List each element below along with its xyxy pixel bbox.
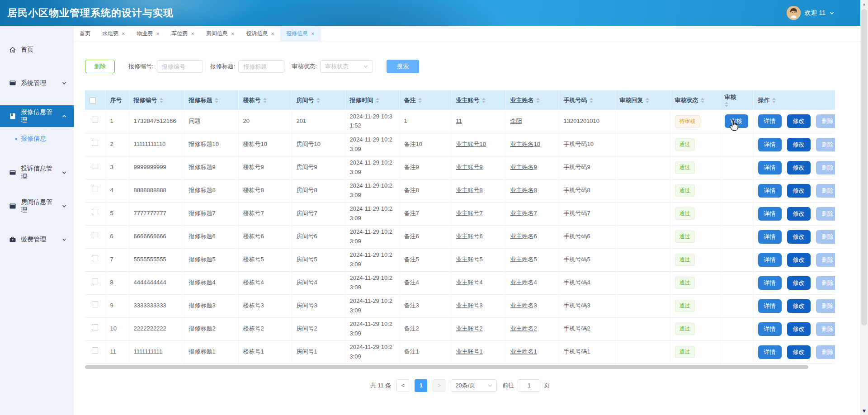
owner-account-link[interactable]: 业主账号9 xyxy=(456,164,483,170)
current-page-button[interactable]: 1 xyxy=(415,379,427,392)
sort-up-icon[interactable] xyxy=(215,98,218,100)
column-header[interactable]: 审核 xyxy=(720,90,753,110)
owner-name-link[interactable]: 业主姓名1 xyxy=(510,348,537,355)
sort-caret-icon[interactable] xyxy=(316,98,320,103)
horizontal-scrollbar[interactable] xyxy=(85,365,835,369)
tab-close-icon[interactable]: × xyxy=(191,31,194,37)
tab-water-electricity[interactable]: 水电费× xyxy=(96,26,131,41)
sort-caret-icon[interactable] xyxy=(215,98,218,103)
sidebar-item-payment-mgmt[interactable]: 缴费管理 xyxy=(0,228,74,251)
tab-close-icon[interactable]: × xyxy=(122,31,125,37)
owner-name-link[interactable]: 业主姓名9 xyxy=(510,164,537,170)
owner-account-link[interactable]: 业主账号10 xyxy=(456,141,486,147)
column-header[interactable]: 手机号码 xyxy=(559,90,615,110)
owner-account-link[interactable]: 11 xyxy=(456,118,462,124)
column-header[interactable]: 审核回复 xyxy=(615,90,670,110)
vertical-scrollbar[interactable]: ▲ ▼ xyxy=(860,0,868,415)
sort-down-icon[interactable] xyxy=(725,105,728,107)
sort-down-icon[interactable] xyxy=(263,101,267,103)
sort-up-icon[interactable] xyxy=(590,98,593,100)
owner-account-link[interactable]: 业主账号6 xyxy=(456,233,483,240)
sidebar-item-repair-mgmt[interactable]: 报修信息管理 xyxy=(0,105,74,127)
sort-up-icon[interactable] xyxy=(418,98,422,100)
sort-up-icon[interactable] xyxy=(316,98,320,100)
repair-no-input[interactable] xyxy=(157,60,203,73)
sort-caret-icon[interactable] xyxy=(160,98,163,103)
row-checkbox[interactable] xyxy=(92,255,98,261)
row-checkbox[interactable] xyxy=(92,232,98,238)
detail-button[interactable]: 详情 xyxy=(758,345,782,359)
scroll-down-icon[interactable]: ▼ xyxy=(860,407,868,415)
select-all-checkbox[interactable] xyxy=(90,97,96,104)
owner-account-link[interactable]: 业主账号7 xyxy=(456,210,483,217)
tab-close-icon[interactable]: × xyxy=(156,31,160,37)
sidebar-item-room-mgmt[interactable]: 房间信息管理 xyxy=(0,195,74,217)
sidebar-item-complaint-mgmt[interactable]: 投诉信息管理 xyxy=(0,161,74,184)
repair-title-input[interactable] xyxy=(238,60,284,73)
detail-button[interactable]: 详情 xyxy=(758,207,782,221)
detail-button[interactable]: 详情 xyxy=(758,138,782,151)
edit-button[interactable]: 修改 xyxy=(787,138,811,151)
goto-page-input[interactable] xyxy=(518,379,540,392)
tab-parking-fee[interactable]: 车位费× xyxy=(165,26,200,41)
sort-caret-icon[interactable] xyxy=(701,98,704,103)
column-header[interactable] xyxy=(85,90,105,110)
owner-name-link[interactable]: 业主姓名5 xyxy=(510,256,537,263)
edit-button[interactable]: 修改 xyxy=(787,253,811,267)
sort-down-icon[interactable] xyxy=(590,101,593,103)
owner-name-link[interactable]: 业主姓名4 xyxy=(510,279,537,286)
sort-caret-icon[interactable] xyxy=(646,98,649,103)
detail-button[interactable]: 详情 xyxy=(758,322,782,336)
audit-status-select[interactable]: 审核状态 xyxy=(320,60,373,73)
column-header[interactable]: 业主姓名 xyxy=(505,90,559,110)
sort-caret-icon[interactable] xyxy=(482,98,486,103)
delete-row-button[interactable]: 删除 xyxy=(816,230,835,244)
owner-name-link[interactable]: 业主姓名3 xyxy=(510,302,537,309)
sort-down-icon[interactable] xyxy=(772,101,776,103)
owner-account-link[interactable]: 业主账号1 xyxy=(456,348,483,355)
sort-caret-icon[interactable] xyxy=(263,98,267,103)
row-checkbox[interactable] xyxy=(92,209,98,215)
row-checkbox[interactable] xyxy=(92,324,98,330)
sort-up-icon[interactable] xyxy=(725,102,728,104)
delete-button[interactable]: 删除 xyxy=(85,60,115,73)
owner-name-link[interactable]: 业主姓名7 xyxy=(510,210,537,217)
sort-caret-icon[interactable] xyxy=(590,98,593,103)
column-header[interactable]: 业主账号 xyxy=(451,90,505,110)
audit-button[interactable]: 审核 xyxy=(725,114,748,128)
row-checkbox[interactable] xyxy=(92,347,98,354)
column-header[interactable]: 操作 xyxy=(753,90,835,110)
sort-caret-icon[interactable] xyxy=(772,98,776,103)
tab-close-icon[interactable]: × xyxy=(271,31,274,37)
detail-button[interactable]: 详情 xyxy=(758,276,782,290)
detail-button[interactable]: 详情 xyxy=(758,161,782,174)
edit-button[interactable]: 修改 xyxy=(787,345,811,359)
sort-down-icon[interactable] xyxy=(482,101,486,103)
edit-button[interactable]: 修改 xyxy=(787,207,811,221)
edit-button[interactable]: 修改 xyxy=(787,322,811,336)
tab-close-icon[interactable]: × xyxy=(311,31,315,37)
detail-button[interactable]: 详情 xyxy=(758,253,782,267)
owner-account-link[interactable]: 业主账号3 xyxy=(456,302,483,309)
column-header[interactable]: 房间号 xyxy=(292,90,345,110)
next-page-button[interactable]: > xyxy=(433,379,445,392)
tab-room-info[interactable]: 房间信息× xyxy=(200,26,241,41)
sort-down-icon[interactable] xyxy=(646,101,649,103)
prev-page-button[interactable]: < xyxy=(396,379,409,392)
detail-button[interactable]: 详情 xyxy=(758,114,782,128)
column-header[interactable]: 报修编号 xyxy=(129,90,184,110)
tab-close-icon[interactable]: × xyxy=(231,31,235,37)
sort-down-icon[interactable] xyxy=(160,101,163,103)
owner-account-link[interactable]: 业主账号2 xyxy=(456,325,483,332)
owner-name-link[interactable]: 业主姓名10 xyxy=(510,141,540,147)
user-menu[interactable]: 欢迎 11 xyxy=(787,6,834,20)
row-checkbox[interactable] xyxy=(92,163,98,169)
delete-row-button[interactable]: 删除 xyxy=(816,161,835,174)
delete-row-button[interactable]: 删除 xyxy=(816,299,835,313)
sort-caret-icon[interactable] xyxy=(725,102,728,107)
row-checkbox[interactable] xyxy=(92,140,98,146)
owner-account-link[interactable]: 业主账号5 xyxy=(456,256,483,263)
row-checkbox[interactable] xyxy=(92,301,98,307)
owner-name-link[interactable]: 业主姓名2 xyxy=(510,325,537,332)
scroll-up-icon[interactable]: ▲ xyxy=(860,0,868,8)
